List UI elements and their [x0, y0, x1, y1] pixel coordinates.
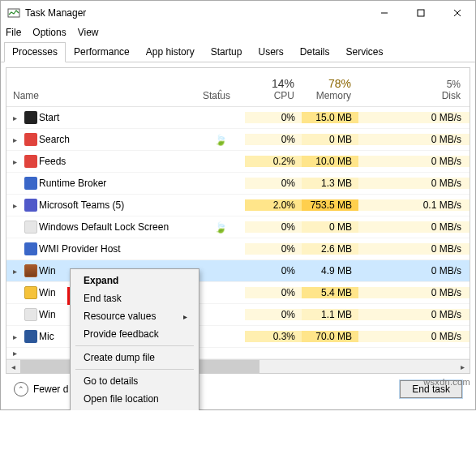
table-row[interactable]: Runtime Broker0%1.3 MB0 MB/s — [6, 173, 470, 195]
memory-value: 10.0 MB — [302, 156, 358, 167]
process-icon — [23, 330, 39, 343]
titlebar[interactable]: Task Manager — [1, 1, 475, 25]
cpu-value: 0% — [245, 134, 302, 145]
expand-toggle-icon[interactable]: ▸ — [6, 267, 23, 276]
ctx-go-to-details[interactable]: Go to details — [72, 372, 197, 390]
cpu-value: 0% — [245, 309, 302, 320]
cpu-value: 2.0% — [245, 199, 302, 211]
process-icon — [23, 133, 39, 146]
menu-file[interactable]: File — [6, 27, 21, 38]
tab-startup[interactable]: Startup — [203, 42, 251, 62]
cpu-value: 0% — [245, 287, 302, 298]
memory-value: 70.0 MB — [302, 331, 358, 342]
col-status[interactable]: ⌃ Status — [196, 87, 245, 106]
table-header: Name ⌃ Status 14%CPU 78%Memory 5%Disk — [6, 68, 470, 107]
menu-options[interactable]: Options — [32, 27, 66, 38]
process-icon — [23, 177, 39, 190]
scroll-left-icon[interactable]: ◂ — [6, 360, 20, 374]
table-row[interactable]: ▸Microsoft Teams (5)2.0%753.5 MB0.1 MB/s — [6, 195, 470, 216]
ctx-separator — [75, 345, 194, 346]
table-row[interactable]: ▸Search🍃0%0 MB0 MB/s — [6, 129, 470, 151]
tab-services[interactable]: Services — [338, 42, 392, 62]
memory-value: 753.5 MB — [302, 199, 358, 211]
table-row[interactable]: ▸Start0%15.0 MB0 MB/s — [6, 107, 470, 129]
disk-value: 0 MB/s — [358, 112, 470, 123]
minimize-button[interactable] — [366, 1, 402, 25]
expand-toggle-icon[interactable]: ▸ — [6, 114, 23, 122]
cpu-value: 0.3% — [245, 331, 302, 342]
menubar: File Options View — [1, 25, 475, 41]
cpu-value: 0% — [245, 243, 302, 255]
sort-indicator-icon: ⌃ — [217, 88, 224, 96]
memory-value: 15.0 MB — [302, 112, 358, 123]
tab-performance[interactable]: Performance — [66, 42, 138, 62]
window-title: Task Manager — [25, 7, 366, 19]
disk-value: 0 MB/s — [358, 134, 470, 145]
disk-value: 0 MB/s — [358, 178, 470, 189]
ctx-end-task[interactable]: End task — [72, 289, 197, 307]
cpu-value: 0% — [245, 265, 302, 276]
submenu-arrow-icon: ▸ — [183, 312, 187, 321]
menu-view[interactable]: View — [78, 27, 99, 38]
cpu-value: 0% — [245, 221, 302, 233]
expand-toggle-icon[interactable]: ▸ — [6, 349, 23, 358]
cpu-value: 0.2% — [245, 156, 302, 167]
fewer-details-label: Fewer d — [33, 384, 68, 395]
process-icon — [23, 308, 39, 321]
cpu-value: 0% — [245, 178, 302, 189]
suspended-leaf-icon: 🍃 — [214, 134, 227, 146]
tab-processes[interactable]: Processes — [4, 42, 66, 62]
expand-toggle-icon[interactable]: ▸ — [6, 201, 23, 210]
maximize-button[interactable] — [402, 1, 439, 25]
app-icon — [7, 6, 20, 19]
tab-app-history[interactable]: App history — [138, 42, 203, 62]
process-icon — [23, 221, 39, 234]
process-name: Start — [39, 112, 196, 123]
process-icon — [23, 155, 39, 168]
ctx-create-dump[interactable]: Create dump file — [72, 349, 197, 366]
disk-value: 0 MB/s — [358, 156, 470, 167]
col-name[interactable]: Name — [6, 87, 196, 106]
process-name: Search — [39, 134, 196, 145]
ctx-separator — [75, 369, 194, 370]
process-name: Feeds — [39, 156, 196, 167]
process-icon — [23, 286, 39, 299]
context-menu: Expand End task Resource values▸ Provide… — [70, 268, 199, 410]
ctx-provide-feedback[interactable]: Provide feedback — [72, 325, 197, 343]
disk-value: 0 MB/s — [358, 221, 470, 233]
memory-value: 4.9 MB — [302, 265, 358, 276]
ctx-open-file-location[interactable]: Open file location — [72, 390, 197, 408]
close-button[interactable] — [439, 1, 475, 25]
process-icon — [23, 264, 39, 277]
fewer-details-button[interactable]: ⌃ Fewer d — [14, 382, 68, 396]
tab-details[interactable]: Details — [292, 42, 338, 62]
ctx-expand[interactable]: Expand — [72, 272, 197, 289]
process-icon — [23, 199, 39, 212]
table-row[interactable]: WMI Provider Host0%2.6 MB0 MB/s — [6, 238, 470, 260]
table-row[interactable]: ▸Feeds0.2%10.0 MB0 MB/s — [6, 151, 470, 173]
ctx-search-online[interactable]: Search online — [72, 408, 197, 410]
col-disk[interactable]: 5%Disk — [358, 75, 470, 106]
tab-users[interactable]: Users — [250, 42, 291, 62]
task-manager-window: Task Manager File Options View Processes… — [0, 0, 476, 410]
disk-value: 0 MB/s — [358, 331, 470, 342]
disk-value: 0.1 MB/s — [358, 199, 470, 211]
col-cpu[interactable]: 14%CPU — [245, 74, 302, 106]
process-icon — [23, 111, 39, 124]
expand-toggle-icon[interactable]: ▸ — [6, 332, 23, 341]
scroll-right-icon[interactable]: ▸ — [456, 360, 470, 374]
memory-value: 1.1 MB — [302, 309, 358, 320]
end-task-button[interactable]: End task — [400, 380, 462, 398]
ctx-resource-values[interactable]: Resource values▸ — [72, 307, 197, 325]
process-status: 🍃 — [196, 221, 245, 234]
process-status: 🍃 — [196, 134, 245, 146]
disk-value: 0 MB/s — [358, 243, 470, 255]
col-memory[interactable]: 78%Memory — [302, 74, 358, 106]
table-row[interactable]: Windows Default Lock Screen🍃0%0 MB0 MB/s — [6, 216, 470, 238]
memory-value: 5.4 MB — [302, 287, 358, 298]
expand-toggle-icon[interactable]: ▸ — [6, 157, 23, 166]
expand-toggle-icon[interactable]: ▸ — [6, 135, 23, 144]
memory-value: 0 MB — [302, 221, 358, 233]
tab-strip: Processes Performance App history Startu… — [1, 41, 475, 62]
memory-value: 1.3 MB — [302, 178, 358, 189]
